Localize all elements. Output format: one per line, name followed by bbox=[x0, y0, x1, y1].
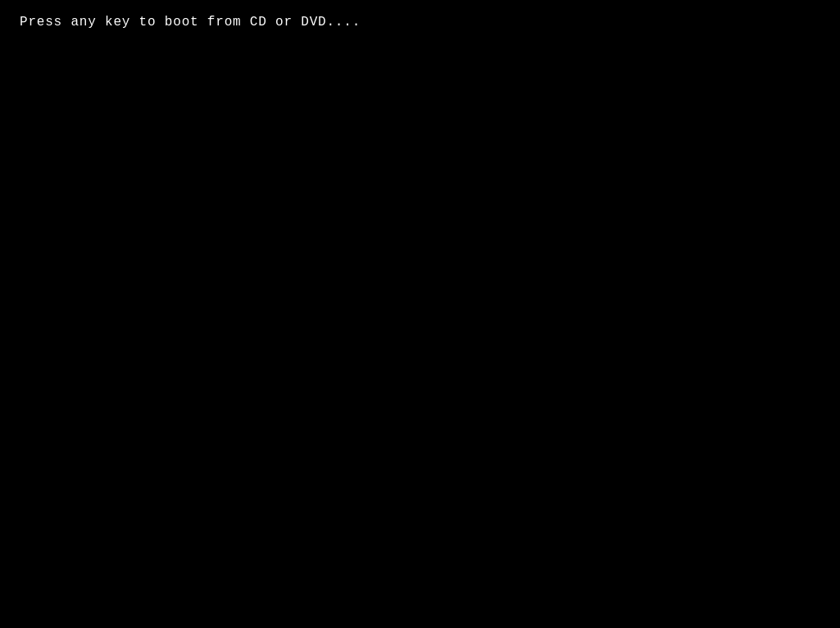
boot-prompt-text: Press any key to boot from CD or DVD.... bbox=[20, 15, 361, 30]
boot-screen: Press any key to boot from CD or DVD.... bbox=[0, 0, 840, 628]
